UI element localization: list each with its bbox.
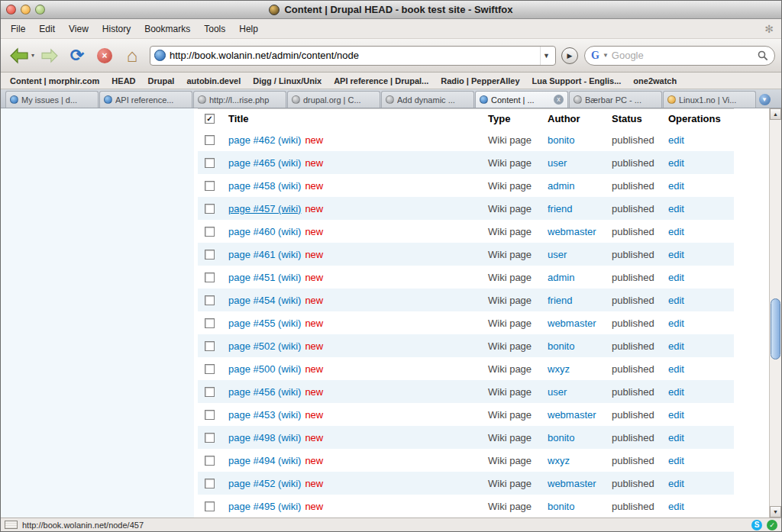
back-dropdown-caret[interactable]: ▾ bbox=[31, 52, 34, 59]
author-link[interactable]: user bbox=[548, 157, 567, 169]
node-title-link[interactable]: page #456 (wiki) bbox=[228, 386, 301, 398]
tab-list-dropdown[interactable]: ▼ bbox=[757, 91, 772, 108]
tab-2[interactable]: http://l...rise.php x bbox=[193, 91, 286, 108]
menu-tools[interactable]: Tools bbox=[197, 21, 232, 37]
edit-link[interactable]: edit bbox=[668, 157, 684, 169]
row-checkbox[interactable] bbox=[205, 204, 215, 214]
column-header-status[interactable]: Status bbox=[612, 113, 668, 124]
search-bar[interactable]: G ▼ Google bbox=[584, 46, 775, 66]
reload-button[interactable]: ⟳ bbox=[65, 44, 89, 68]
edit-link[interactable]: edit bbox=[668, 295, 684, 306]
row-checkbox[interactable] bbox=[205, 387, 215, 397]
search-icon[interactable] bbox=[758, 50, 768, 61]
tab-1[interactable]: API reference... x bbox=[99, 91, 192, 108]
tab-5-active[interactable]: Content | ... x bbox=[475, 91, 568, 108]
minimize-window-button[interactable] bbox=[21, 5, 31, 15]
row-checkbox[interactable] bbox=[205, 295, 215, 305]
row-checkbox[interactable] bbox=[205, 456, 215, 466]
author-link[interactable]: admin bbox=[548, 272, 574, 283]
select-all-checkbox[interactable]: ✓ bbox=[205, 114, 215, 124]
edit-link[interactable]: edit bbox=[668, 134, 684, 146]
row-checkbox[interactable] bbox=[205, 227, 215, 237]
node-title-link[interactable]: page #454 (wiki) bbox=[228, 295, 301, 306]
author-link[interactable]: webmaster bbox=[548, 318, 596, 329]
node-title-link[interactable]: page #498 (wiki) bbox=[228, 432, 301, 443]
search-engine-dropdown[interactable]: ▼ bbox=[603, 52, 609, 59]
row-checkbox[interactable] bbox=[205, 272, 215, 282]
node-title-link[interactable]: page #460 (wiki) bbox=[228, 226, 301, 237]
tab-7[interactable]: Linux1.no | Vi... x bbox=[663, 91, 756, 108]
scroll-down-button[interactable]: ▼ bbox=[770, 506, 781, 517]
scrollbar-thumb[interactable] bbox=[771, 298, 780, 360]
row-checkbox[interactable] bbox=[205, 158, 215, 168]
row-checkbox[interactable] bbox=[205, 318, 215, 328]
row-checkbox[interactable] bbox=[205, 433, 215, 443]
edit-link[interactable]: edit bbox=[668, 249, 684, 260]
node-title-link[interactable]: page #461 (wiki) bbox=[228, 249, 301, 260]
node-title-link[interactable]: page #455 (wiki) bbox=[228, 318, 301, 329]
author-link[interactable]: wxyz bbox=[548, 363, 570, 375]
security-shield-icon[interactable]: ✓ bbox=[767, 520, 777, 530]
bookmark-item-7[interactable]: Lua Support - Englis... bbox=[528, 75, 629, 87]
node-title-link[interactable]: page #457 (wiki) bbox=[228, 203, 301, 214]
tab-close-button[interactable]: x bbox=[554, 95, 564, 105]
menu-history[interactable]: History bbox=[95, 21, 137, 37]
author-link[interactable]: bonito bbox=[548, 432, 574, 443]
tab-6[interactable]: Bærbar PC - ... x bbox=[569, 91, 662, 108]
skype-tray-icon[interactable]: S bbox=[751, 520, 762, 530]
row-checkbox[interactable] bbox=[205, 250, 215, 260]
column-header-type[interactable]: Type bbox=[488, 113, 548, 124]
scroll-up-button[interactable]: ▲ bbox=[770, 108, 781, 120]
author-link[interactable]: wxyz bbox=[548, 455, 570, 466]
search-input[interactable]: Google bbox=[612, 50, 755, 61]
node-title-link[interactable]: page #502 (wiki) bbox=[228, 340, 301, 352]
edit-link[interactable]: edit bbox=[668, 340, 684, 352]
author-link[interactable]: bonito bbox=[548, 340, 574, 352]
row-checkbox[interactable] bbox=[205, 364, 215, 374]
bookmark-item-0[interactable]: Content | morphir.com bbox=[5, 75, 107, 87]
node-title-link[interactable]: page #451 (wiki) bbox=[228, 272, 301, 283]
node-title-link[interactable]: page #462 (wiki) bbox=[228, 134, 301, 146]
bookmark-item-4[interactable]: Digg / Linux/Unix bbox=[248, 75, 329, 87]
close-window-button[interactable] bbox=[6, 5, 16, 15]
edit-link[interactable]: edit bbox=[668, 180, 684, 192]
url-bar[interactable]: http://book.wolanin.net/admin/content/no… bbox=[150, 46, 556, 66]
edit-link[interactable]: edit bbox=[668, 409, 684, 421]
author-link[interactable]: friend bbox=[548, 203, 573, 214]
edit-link[interactable]: edit bbox=[668, 318, 684, 329]
menu-bookmarks[interactable]: Bookmarks bbox=[137, 21, 197, 37]
menu-edit[interactable]: Edit bbox=[32, 21, 62, 37]
menu-help[interactable]: Help bbox=[232, 21, 265, 37]
bookmark-item-2[interactable]: Drupal bbox=[144, 75, 183, 87]
scrollbar-track[interactable] bbox=[770, 120, 781, 506]
node-title-link[interactable]: page #465 (wiki) bbox=[228, 157, 301, 169]
edit-link[interactable]: edit bbox=[668, 226, 684, 237]
node-title-link[interactable]: page #458 (wiki) bbox=[228, 180, 301, 192]
column-header-author[interactable]: Author bbox=[548, 113, 612, 124]
row-checkbox[interactable] bbox=[205, 181, 215, 191]
bookmark-item-5[interactable]: API reference | Drupal... bbox=[329, 75, 436, 87]
author-link[interactable]: webmaster bbox=[548, 226, 596, 237]
author-link[interactable]: webmaster bbox=[548, 478, 596, 489]
author-link[interactable]: admin bbox=[548, 180, 574, 192]
bookmark-item-1[interactable]: HEAD bbox=[107, 75, 143, 87]
bookmark-item-6[interactable]: Radio | PepperAlley bbox=[436, 75, 527, 87]
go-button[interactable]: ▶ bbox=[561, 47, 578, 64]
vertical-scrollbar[interactable]: ▲ ▼ bbox=[769, 108, 781, 517]
tab-3[interactable]: drupal.org | C... x bbox=[287, 91, 380, 108]
row-checkbox[interactable] bbox=[205, 501, 215, 511]
menu-view[interactable]: View bbox=[62, 21, 95, 37]
tab-0[interactable]: My issues | d... x bbox=[5, 91, 99, 108]
edit-link[interactable]: edit bbox=[668, 203, 684, 214]
tab-4[interactable]: Add dynamic ... x bbox=[381, 91, 474, 108]
node-title-link[interactable]: page #500 (wiki) bbox=[228, 363, 301, 375]
bookmark-item-8[interactable]: one2watch bbox=[629, 75, 684, 87]
author-link[interactable]: user bbox=[548, 249, 567, 260]
forward-button[interactable] bbox=[37, 44, 62, 68]
column-header-title[interactable]: Title bbox=[228, 113, 488, 124]
node-title-link[interactable]: page #453 (wiki) bbox=[228, 409, 301, 421]
node-title-link[interactable]: page #452 (wiki) bbox=[228, 478, 301, 489]
row-checkbox[interactable] bbox=[205, 479, 215, 488]
url-history-dropdown[interactable]: ▼ bbox=[540, 47, 552, 65]
edit-link[interactable]: edit bbox=[668, 272, 684, 283]
